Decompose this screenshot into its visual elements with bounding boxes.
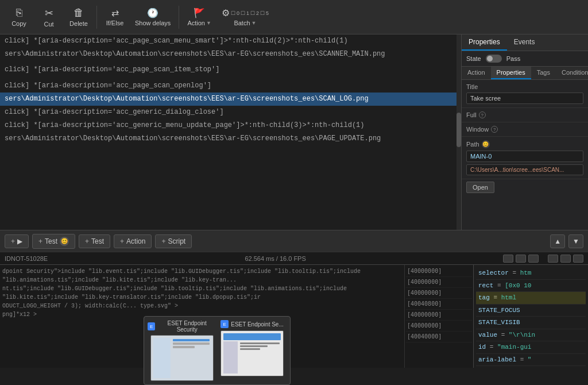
cut-icon: ✂ [45, 7, 53, 20]
debug-area: dpoint Security">include "lib.event.tis"… [0, 264, 588, 368]
prop-path-detail[interactable]: C:\Users\A...tion\scree...ees\SCAN... [466, 164, 583, 175]
batch-button[interactable]: ⚙ ☐ 0 ☐ 1 ☐ 2 ☐ 5 Batch ▼ [217, 5, 273, 29]
debug-line-1: nt.tis";include "lib.GUIDebugger.tis";in… [2, 284, 402, 302]
script-line-0[interactable]: click] *[aria-description='acc_page_scan… [0, 34, 461, 48]
counter-3: 5 [266, 10, 269, 16]
action-add-button[interactable]: + Action [114, 234, 152, 248]
sep-2 [179, 6, 179, 29]
script-line-3[interactable]: click] *[aria-description='acc_page_scan… [0, 63, 461, 76]
scroll-vertical[interactable] [457, 34, 461, 230]
debug-prop-0: selector = htm [476, 267, 586, 280]
tab-properties[interactable]: Properties [462, 34, 507, 51]
scroll-thumb[interactable] [457, 113, 461, 147]
status-btn-4[interactable] [548, 255, 558, 263]
state-row: State Pass [462, 51, 588, 67]
status-fps: 62.564 ms / 16.0 FPS [245, 255, 305, 262]
status-left: IDNOT-51028E [5, 255, 48, 262]
copy-button[interactable]: ⎘ Copy [5, 5, 33, 29]
action-bar: + ▶ + Test 😊 + Test + Action + Script ▲ … [0, 230, 588, 252]
script-add-button[interactable]: + Script [155, 234, 192, 248]
add-play-button[interactable]: + ▶ [5, 234, 29, 248]
window-info-icon[interactable]: ? [491, 126, 498, 133]
sub-tab-tags[interactable]: Tags [531, 67, 556, 79]
preview-sidebar-2 [223, 341, 238, 368]
script-line-5[interactable]: click] *[aria-description='acc_page_scan… [0, 79, 461, 93]
script-line-9[interactable]: sers\Administrator\Desktop\Automation\sc… [0, 132, 461, 145]
debug-prop-4: STATE_VISIB [476, 317, 586, 329]
preview-sidebar [153, 338, 171, 368]
script-add-label: Script [168, 237, 185, 245]
script-line-8[interactable]: click] *[aria-description='acc_generic_m… [0, 119, 461, 132]
path-emoji-icon[interactable]: 😊 [482, 140, 490, 148]
delete-button[interactable]: 🗑 Delete [64, 5, 93, 29]
preview-title-2: E ESET Endpoint Se... [220, 320, 284, 328]
tab-events[interactable]: Events [507, 34, 542, 51]
counter-2: 2 [256, 10, 259, 16]
status-btn-5[interactable] [560, 255, 571, 263]
full-info-icon[interactable]: ? [479, 111, 486, 118]
sub-tab-properties[interactable]: Properties [491, 67, 531, 79]
action-label: Action [187, 20, 205, 26]
status-btn-6[interactable] [573, 255, 583, 263]
up-arrow-button[interactable]: ▲ [550, 234, 565, 248]
debug-prop-3: STATE_FOCUS [476, 305, 586, 317]
test-label-2: Test [91, 237, 104, 245]
prop-path-main[interactable]: MAIN-0 [466, 151, 583, 162]
toolbar-group-flow: ⇄ If/Else 🕐 Show delays [100, 5, 175, 29]
preview-row-1 [173, 339, 210, 341]
sep-1 [96, 6, 97, 29]
plus-icon: + [11, 237, 15, 245]
status-btn-1[interactable] [503, 255, 513, 263]
status-btn-2[interactable] [516, 255, 526, 263]
show-delays-button[interactable]: 🕐 Show delays [130, 5, 175, 29]
plus-label-1: + [38, 237, 42, 245]
plus-label-3: + [120, 237, 124, 245]
panel-sub-tabs: Action Properties Tags Condition [462, 67, 588, 80]
script-line-7[interactable]: click] *[aria-description='acc_generic_d… [0, 106, 461, 119]
script-line-1[interactable]: sers\Administrator\Desktop\Automation\sc… [0, 48, 461, 61]
batch-dropdown-icon: ▼ [252, 20, 257, 26]
state-label: State [466, 55, 481, 62]
down-arrow-button[interactable]: ▼ [568, 234, 583, 248]
sub-tab-condition[interactable]: Condition [556, 67, 588, 79]
sub-tab-action[interactable]: Action [462, 67, 491, 79]
preview-line-1 [240, 342, 280, 344]
cut-button[interactable]: ✂ Cut [34, 5, 63, 30]
if-else-button[interactable]: ⇄ If/Else [100, 5, 129, 29]
state-toggle[interactable] [486, 55, 502, 63]
counter-0: 0 [237, 10, 239, 16]
debug-props-container: selector = htmrect = [0x0 10tag = htmlST… [476, 267, 586, 366]
test-emoji-button[interactable]: + Test 😊 [32, 234, 75, 249]
debug-props-panel: selector = htmrect = [0x0 10tag = htmlST… [473, 265, 588, 368]
panel-top-tabs: Properties Events [462, 34, 588, 51]
script-line-6[interactable]: sers\Administrator\Desktop\Automation\sc… [0, 93, 461, 106]
action-button[interactable]: 🚩 Action ▼ [183, 5, 216, 29]
debug-values-panel: [40000000] [40000000] [40000000] [400408… [404, 265, 473, 368]
status-id: IDNOT-51028E [5, 255, 48, 262]
action-dropdown-icon: ▼ [206, 20, 211, 26]
play-icon: ▶ [17, 237, 22, 245]
counter-icon-0: ☐ [231, 10, 235, 16]
main-area: click] *[aria-description='acc_page_scan… [0, 34, 588, 230]
open-button[interactable]: Open [466, 182, 494, 193]
debug-prop-6: id = "main-gui [476, 341, 586, 354]
prop-title-value[interactable]: Take scree [466, 93, 583, 104]
counter-1: 1 [246, 10, 249, 16]
debug-line-0: dpoint Security">include "lib.event.tis"… [2, 267, 402, 284]
properties-panel: Properties Events State Pass Action Prop… [462, 34, 588, 230]
smiley-icon: 😊 [60, 237, 69, 246]
debug-value-1: [40000000] [406, 266, 472, 277]
prop-path-row: Path 😊 MAIN-0 C:\Users\A...tion\scree...… [462, 137, 588, 179]
status-btn-3[interactable] [528, 255, 539, 263]
prop-path-label: Path 😊 [466, 140, 583, 148]
preview-item-1[interactable]: E ESET Endpoint Security [148, 320, 216, 368]
debug-value-4: [40000000] [406, 310, 472, 321]
status-bar: IDNOT-51028E 62.564 ms / 16.0 FPS [0, 252, 588, 264]
preview-icon-1: E [148, 322, 155, 330]
show-delays-label: Show delays [135, 20, 171, 26]
test-button[interactable]: + Test [79, 234, 110, 248]
script-lines-container: click] *[aria-description='acc_page_scan… [0, 34, 461, 146]
plus-label-4: + [161, 237, 165, 245]
delete-icon: 🗑 [74, 7, 84, 19]
preview-item-2[interactable]: E ESET Endpoint Se... [218, 320, 287, 368]
